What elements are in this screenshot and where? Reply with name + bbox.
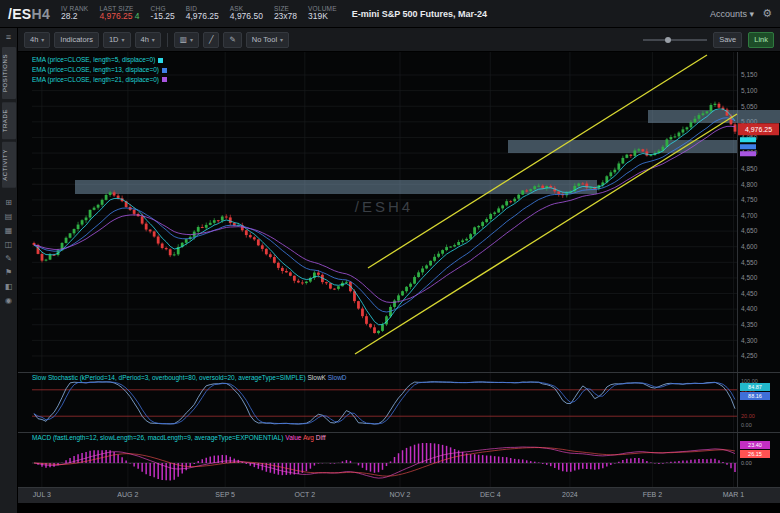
slider-thumb[interactable] <box>665 37 671 43</box>
svg-text:4,600: 4,600 <box>741 243 758 250</box>
svg-text:0.00: 0.00 <box>741 460 752 466</box>
timeframe-button[interactable]: 4h▾ <box>24 32 50 48</box>
svg-text:4,550: 4,550 <box>741 259 758 266</box>
chevron-down-icon: ▾ <box>280 36 283 43</box>
sidebar-tools: ⊞ ▤ ▦ ◫ ✎ ⚑ ◧ ◉ <box>5 198 13 305</box>
target-icon[interactable]: ◉ <box>5 296 13 305</box>
ema-axis-chip <box>740 137 756 142</box>
svg-text:4,976.25: 4,976.25 <box>745 126 772 133</box>
iv-rank-field: IV Rank 28.2 <box>61 5 88 22</box>
toolbar-divider <box>167 33 168 47</box>
time-axis-label: MAR 1 <box>723 491 744 498</box>
ema-axis-chip <box>740 151 756 156</box>
svg-text:88.16: 88.16 <box>748 393 762 399</box>
sidebar-tab-positions[interactable]: POSITIONS <box>2 47 16 99</box>
aggregation-dropdown[interactable]: 4h▾ <box>135 32 161 48</box>
contract-description: E-mini S&P 500 Futures, Mar-24 <box>352 9 487 19</box>
bid-value: 4,976.25 <box>186 12 219 22</box>
chevron-down-icon: ▾ <box>121 36 124 43</box>
size-field: Size 23x78 <box>274 5 297 22</box>
last-price: 4,976.25 <box>99 11 132 21</box>
last-trade-size: 4 <box>135 11 140 21</box>
stochastic-canvas[interactable]: 80.0020.00100.000.0084.8788.16 <box>18 373 780 432</box>
support-resistance-zones <box>75 110 780 194</box>
price-chart-canvas[interactable]: 5,1505,1005,0505,0004,9504,9004,8504,800… <box>18 52 780 372</box>
svg-text:20.00: 20.00 <box>741 413 755 419</box>
save-button[interactable]: Save <box>713 32 742 48</box>
svg-text:4,650: 4,650 <box>741 227 758 234</box>
price-chart-panel: 5,1505,1005,0505,0004,9504,9004,8504,800… <box>18 52 780 372</box>
bottom-strip <box>18 503 780 513</box>
accounts-dropdown[interactable]: Accounts ▾ <box>710 9 754 19</box>
time-axis-label: FEB 2 <box>643 491 662 498</box>
indicators-button[interactable]: Indicators <box>54 32 99 48</box>
sidebar-tab-trade[interactable]: TRADE <box>2 102 16 139</box>
ask-field: Ask 4,976.50 <box>230 5 263 22</box>
time-axis-label: NOV 2 <box>389 491 410 498</box>
svg-text:23.40: 23.40 <box>748 442 762 448</box>
svg-text:4,250: 4,250 <box>741 352 758 359</box>
chevron-down-icon: ▾ <box>41 36 44 43</box>
chart-style-button[interactable]: ▥▾ <box>174 32 199 48</box>
macd-line <box>34 447 735 478</box>
drawing-tool-button[interactable]: ✎ <box>223 32 241 48</box>
time-axis-label: AUG 2 <box>117 491 138 498</box>
menu-icon[interactable]: ≡ <box>6 32 11 42</box>
last-size-field: Last Size 4,976.25 4 <box>99 5 139 22</box>
time-axis-label: OCT 2 <box>295 491 316 498</box>
change-value: -15.25 <box>151 12 175 22</box>
svg-text:4,300: 4,300 <box>741 337 758 344</box>
time-axis: JUL 3AUG 2SEP 5OCT 2NOV 2DEC 42024FEB 2M… <box>18 487 780 503</box>
split-view-icon[interactable]: ◧ <box>5 282 13 291</box>
link-button[interactable]: Link <box>748 32 774 48</box>
active-tool-dropdown[interactable]: No Tool▾ <box>246 32 289 48</box>
change-field: Chg -15.25 <box>151 5 175 22</box>
columns-icon[interactable]: ◫ <box>5 240 13 249</box>
macd-canvas[interactable]: 0.0023.4026.15 <box>18 433 780 487</box>
time-axis-label: JUL 3 <box>33 491 51 498</box>
chart-toolbar: 4h▾ Indicators 1D▾ 4h▾ ▥▾ ╱ ✎ No Tool▾ S… <box>18 28 780 52</box>
svg-text:4,700: 4,700 <box>741 212 758 219</box>
svg-text:0.00: 0.00 <box>741 422 752 428</box>
svg-text:4,750: 4,750 <box>741 196 758 203</box>
macd-histogram <box>34 443 735 481</box>
trendline-icon: ╱ <box>209 35 214 44</box>
sidebar-tab-activity[interactable]: ACTIVITY <box>2 142 16 188</box>
flag-icon[interactable]: ⚑ <box>5 268 13 277</box>
chart-gadget: 4h▾ Indicators 1D▾ 4h▾ ▥▾ ╱ ✎ No Tool▾ S… <box>18 28 780 513</box>
volume-field: Volume 319K <box>308 5 337 22</box>
chevron-down-icon: ▾ <box>190 36 193 43</box>
macd-panel: 0.0023.4026.15 MACD (fastLength=12, slow… <box>18 432 780 487</box>
size-value: 23x78 <box>274 12 297 22</box>
time-zoom-slider[interactable] <box>643 35 707 45</box>
gear-icon[interactable]: ⚙ <box>762 7 772 20</box>
macd-line <box>34 448 735 477</box>
svg-text:4,800: 4,800 <box>741 181 758 188</box>
chevron-down-icon: ▾ <box>152 36 155 43</box>
ask-value: 4,976.50 <box>230 12 263 22</box>
svg-text:5,050: 5,050 <box>741 103 758 110</box>
boxes-icon[interactable]: ▦ <box>5 226 13 235</box>
chart-style-icon: ▥ <box>180 35 187 44</box>
svg-text:4,400: 4,400 <box>741 305 758 312</box>
quote-header: /ESH4 IV Rank 28.2 Last Size 4,976.25 4 … <box>0 0 780 28</box>
bid-field: Bid 4,976.25 <box>186 5 219 22</box>
stochastic-panel: 80.0020.00100.000.0084.8788.16 Slow Stoc… <box>18 372 780 432</box>
chevron-down-icon: ▾ <box>750 9 755 19</box>
trading-platform-window: /ESH4 IV Rank 28.2 Last Size 4,976.25 4 … <box>0 0 780 513</box>
ema-axis-chip <box>740 144 756 149</box>
range-dropdown[interactable]: 1D▾ <box>103 32 131 48</box>
time-axis-label: 2024 <box>562 491 578 498</box>
svg-text:5,100: 5,100 <box>741 87 758 94</box>
svg-text:4,350: 4,350 <box>741 321 758 328</box>
pencil-icon[interactable]: ✎ <box>5 254 13 263</box>
volume-value: 319K <box>308 12 337 22</box>
pencil-icon: ✎ <box>229 35 235 44</box>
trendline-tool-button[interactable]: ╱ <box>203 32 220 48</box>
list-icon[interactable]: ▤ <box>5 212 13 221</box>
time-axis-label: DEC 4 <box>480 491 501 498</box>
grid-icon[interactable]: ⊞ <box>5 198 13 207</box>
svg-text:4,850: 4,850 <box>741 165 758 172</box>
symbol-title: /ESH4 <box>8 6 50 22</box>
svg-text:5,150: 5,150 <box>741 71 758 78</box>
